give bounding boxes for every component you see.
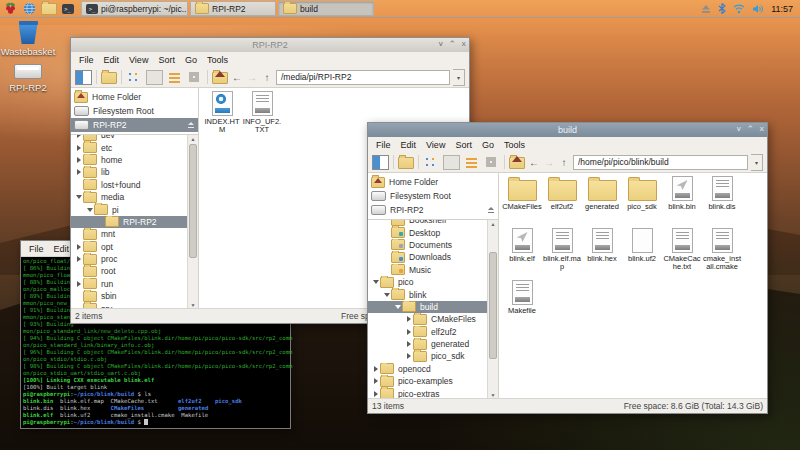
expand-icon[interactable] xyxy=(371,391,380,397)
icon-view-icon[interactable] xyxy=(146,70,163,85)
desktop-icon-wastebasket[interactable]: Wastebasket xyxy=(0,21,59,57)
file-item-info-uf2-txt[interactable]: INFO_UF2.TXT xyxy=(242,92,282,140)
home-icon[interactable] xyxy=(509,157,525,169)
menu-tools[interactable]: Tools xyxy=(202,55,233,65)
expand-icon[interactable] xyxy=(74,169,83,175)
expand-icon[interactable] xyxy=(404,329,413,335)
tree-item-pi[interactable]: pi xyxy=(71,203,188,215)
tree-item-run[interactable]: run xyxy=(71,278,188,290)
forward-icon[interactable]: → xyxy=(543,156,555,169)
home-icon[interactable] xyxy=(212,72,228,84)
expand-icon[interactable] xyxy=(74,256,83,262)
tree-item-pico-examples[interactable]: pico-examples xyxy=(368,375,488,387)
taskbar-task-terminal[interactable]: >_pi@raspberrypi: ~/pic... xyxy=(81,1,188,16)
expand-icon[interactable] xyxy=(74,134,83,138)
collapse-icon[interactable] xyxy=(74,195,83,199)
globe-browser-icon[interactable] xyxy=(22,2,37,16)
tree-item-home[interactable]: home xyxy=(71,154,188,166)
path-dropdown-icon[interactable]: ▾ xyxy=(453,69,465,86)
file-item-cmakefiles[interactable]: CMakeFiles xyxy=(502,177,542,225)
raspberry-menu-icon[interactable] xyxy=(3,2,18,16)
clock[interactable]: 11:57 xyxy=(771,4,793,14)
expand-icon[interactable] xyxy=(74,244,83,250)
tree-item-lib[interactable]: lib xyxy=(71,166,188,178)
place-filesystem-root[interactable]: Filesystem Root xyxy=(368,189,498,203)
tree-item-cmakefiles[interactable]: CMakeFiles xyxy=(368,313,488,325)
collapse-icon[interactable] xyxy=(393,305,402,309)
expand-icon[interactable] xyxy=(74,157,83,163)
menu-tools[interactable]: Tools xyxy=(499,140,530,150)
wifi-icon[interactable] xyxy=(733,0,745,18)
tree-item-openocd[interactable]: openocd xyxy=(368,363,488,375)
tree-item-sbin[interactable]: sbin xyxy=(71,290,188,302)
menu-view[interactable]: View xyxy=(124,55,153,65)
file-item-elf2uf2[interactable]: elf2uf2 xyxy=(542,177,582,225)
maximize-icon[interactable]: ^ xyxy=(450,39,455,48)
path-input[interactable]: /media/pi/RPI-RP2 xyxy=(276,70,450,85)
tree-item-rpi-rp2[interactable]: RPI-RP2 xyxy=(71,216,188,228)
collapse-icon[interactable] xyxy=(85,208,94,212)
menu-go[interactable]: Go xyxy=(477,140,499,150)
up-icon[interactable]: ↑ xyxy=(261,71,273,84)
icon-view-icon[interactable] xyxy=(443,155,460,170)
place-home-folder[interactable]: Home Folder xyxy=(71,90,198,104)
expand-icon[interactable] xyxy=(371,378,380,384)
forward-icon[interactable]: → xyxy=(246,71,258,84)
file-item-blink-uf2[interactable]: blink.uf2 xyxy=(622,229,662,277)
file-item-blink-elf[interactable]: blink.elf xyxy=(502,229,542,277)
tree-item-root[interactable]: root xyxy=(71,265,188,277)
file-item-generated[interactable]: generated xyxy=(582,177,622,225)
file-item-index-htm[interactable]: INDEX.HTM xyxy=(202,92,242,140)
menu-sort[interactable]: Sort xyxy=(153,55,180,65)
menu-file[interactable]: File xyxy=(74,55,99,65)
menu-edit[interactable]: Edit xyxy=(396,140,422,150)
side-pane-toggle-icon[interactable] xyxy=(372,155,389,170)
scroll-up-icon[interactable]: ▲ xyxy=(188,135,198,143)
tree-item-elf2uf2[interactable]: elf2uf2 xyxy=(368,326,488,338)
taskbar-task-build[interactable]: build xyxy=(278,1,374,16)
place-rpi-rp2[interactable]: RPI-RP2 xyxy=(71,118,198,132)
file-item-blink-hex[interactable]: blink.hex xyxy=(582,229,622,277)
expand-icon[interactable] xyxy=(404,341,413,347)
scroll-up-icon[interactable]: ▲ xyxy=(488,220,498,228)
menu-view[interactable]: View xyxy=(421,140,450,150)
tree-item-proc[interactable]: proc xyxy=(71,253,188,265)
eject-icon[interactable] xyxy=(487,207,495,214)
desktop-icon-rpi-rp2[interactable]: RPI-RP2 xyxy=(0,62,59,93)
compact-view-icon[interactable] xyxy=(126,70,143,85)
expand-icon[interactable] xyxy=(74,281,83,287)
menu-sort[interactable]: Sort xyxy=(450,140,477,150)
tree-item-bookshelf[interactable]: Bookshelf xyxy=(368,219,488,226)
back-icon[interactable]: ← xyxy=(231,71,243,84)
tree-item-media[interactable]: media xyxy=(71,191,188,203)
tree-item-downloads[interactable]: Downloads xyxy=(368,251,488,263)
tree-item-blink[interactable]: blink xyxy=(368,288,488,300)
tree-scrollbar[interactable]: ▲ ▼ xyxy=(487,220,498,399)
terminal-menu-file[interactable]: File xyxy=(24,244,49,254)
close-icon[interactable]: x xyxy=(759,124,764,133)
tree-item-pico[interactable]: pico xyxy=(368,276,488,288)
tree-item-documents[interactable]: Documents xyxy=(368,239,488,251)
place-filesystem-root[interactable]: Filesystem Root xyxy=(71,104,198,118)
close-icon[interactable]: x xyxy=(461,39,466,48)
file-item-pico-sdk[interactable]: pico_sdk xyxy=(622,177,662,225)
tree-item-pico-sdk[interactable]: pico_sdk xyxy=(368,350,488,362)
tree-item-build[interactable]: build xyxy=(368,301,488,313)
detailed-list-view-icon[interactable] xyxy=(463,155,480,170)
menu-file[interactable]: File xyxy=(371,140,396,150)
eject-icon[interactable] xyxy=(701,0,711,18)
eject-icon[interactable] xyxy=(187,122,195,129)
collapse-icon[interactable] xyxy=(382,293,391,297)
file-item-cmakecache-txt[interactable]: CMakeCache.txt xyxy=(662,229,702,277)
tree-item-opt[interactable]: opt xyxy=(71,241,188,253)
place-rpi-rp2[interactable]: RPI-RP2 xyxy=(368,203,498,217)
new-tab-folder-icon[interactable] xyxy=(398,157,414,169)
expand-icon[interactable] xyxy=(74,145,83,151)
path-input[interactable]: /home/pi/pico/blink/build xyxy=(573,155,748,170)
detailed-list-view-icon[interactable] xyxy=(166,70,183,85)
thumbnail-view-icon[interactable] xyxy=(186,70,203,85)
file-item-blink-elf-map[interactable]: blink.elf.map xyxy=(542,229,582,277)
menu-go[interactable]: Go xyxy=(180,55,202,65)
file-item-cmake-install-cmake[interactable]: cmake_install.cmake xyxy=(702,229,742,277)
thumbnail-view-icon[interactable] xyxy=(483,155,500,170)
